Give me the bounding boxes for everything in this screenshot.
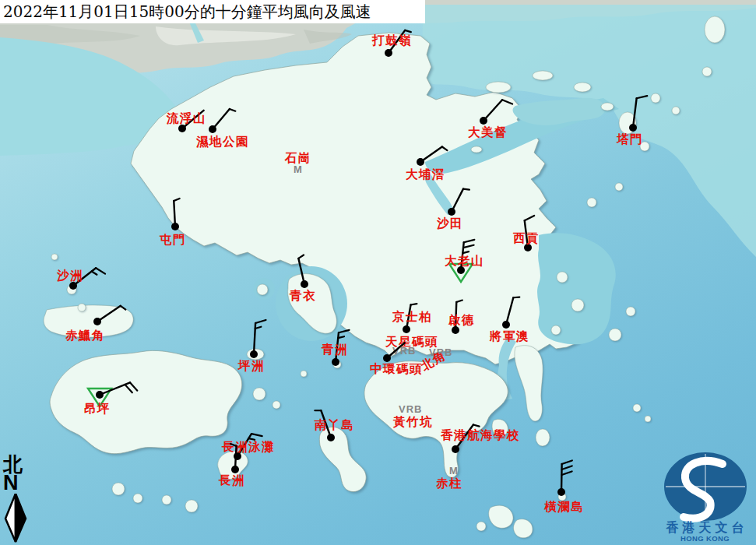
station-dot <box>178 125 186 132</box>
station-label: 坪洲 <box>237 358 265 373</box>
wind-barb-feather <box>405 30 411 32</box>
station-label: 流浮山 <box>166 111 206 125</box>
map-title: 2022年11月01日15時00分的十分鐘平均風向及風速 <box>0 0 425 23</box>
station-label: 香港航海學校 <box>440 427 520 442</box>
station-label: 大美督 <box>468 125 508 139</box>
station-label: 啟德 <box>448 312 475 327</box>
station-dot <box>250 350 258 358</box>
wind-barb-feather <box>339 330 350 332</box>
wind-barb-feather <box>562 466 572 469</box>
north-arrow-icon <box>2 494 33 543</box>
wind-barb-feather <box>463 189 469 190</box>
station-label: 中環碼頭 <box>370 361 423 376</box>
wind-station: M赤柱 <box>435 465 462 490</box>
wind-station: 沙洲 <box>57 268 105 290</box>
station-dot <box>301 280 308 288</box>
wind-barb-feather <box>562 460 572 464</box>
station-dot <box>171 223 179 230</box>
station-label: 長洲泳灘 <box>221 439 275 454</box>
map-title-text: 2022年11月01日15時00分的十分鐘平均風向及風速 <box>3 2 371 23</box>
station-dot <box>452 445 459 453</box>
wind-station: 香港航海學校 <box>440 424 520 453</box>
hko-wind-map: 打鼓嶺流浮山濕地公園M石崗大美督塔門大埔滘沙田屯門沙洲西貢大老山青衣赤鱲角坪洲青… <box>0 0 756 545</box>
station-label: 黃竹坑 <box>392 414 433 429</box>
station-dot <box>69 282 77 290</box>
north-label-letter: N <box>3 473 33 494</box>
station-dot <box>385 49 392 57</box>
station-label: 沙洲 <box>57 268 83 283</box>
wind-barb-shaft <box>561 464 562 492</box>
station-label: 將軍澳 <box>489 329 529 343</box>
station-dot <box>403 325 410 333</box>
station-dot <box>93 318 101 325</box>
station-dot <box>557 488 565 496</box>
lamma-island <box>319 427 366 492</box>
hko-logo-name-en: HONG KONG OBSERVATORY <box>654 534 756 545</box>
station-label: 石崗 <box>284 150 311 165</box>
station-label: 南丫島 <box>314 417 354 432</box>
station-dot <box>332 358 339 366</box>
station-label: 沙田 <box>437 216 463 230</box>
station-label: 長洲 <box>218 473 245 487</box>
wind-station: 坪洲 <box>237 320 265 373</box>
station-label: 塔門 <box>616 132 643 146</box>
clear-water-bay-peninsula <box>515 346 543 421</box>
ma-wan-island <box>257 284 268 295</box>
plover-cove-water <box>513 98 605 125</box>
wind-barb-feather <box>92 272 97 275</box>
wind-station: 橫瀾島 <box>543 460 584 514</box>
station-status: M <box>294 164 303 175</box>
station-label: 赤柱 <box>435 476 462 490</box>
station-label: 屯門 <box>159 232 186 247</box>
station-dot <box>96 391 104 399</box>
wind-barb-feather <box>561 471 571 475</box>
station-dot <box>327 434 335 441</box>
hko-logo: 香港天文台 HONG KONG OBSERVATORY <box>654 452 756 545</box>
port-shelter-water <box>537 233 616 344</box>
station-dot <box>502 321 510 329</box>
wind-barb-feather <box>513 297 519 298</box>
station-label: 青衣 <box>289 288 316 303</box>
wind-barb-feather <box>411 304 417 304</box>
station-label: 大老山 <box>445 253 484 268</box>
station-label: 昂坪 <box>84 401 111 416</box>
station-label: 京士柏 <box>392 309 432 324</box>
station-label: 西貢 <box>512 230 540 245</box>
north-indicator: 北 N <box>2 455 33 545</box>
station-dot <box>452 326 459 334</box>
station-label: 濕地公園 <box>195 134 249 149</box>
station-dot <box>209 125 216 133</box>
station-label: 橫瀾島 <box>543 499 584 514</box>
station-label: 赤鱲角 <box>65 328 105 343</box>
wind-barb-feather <box>96 268 105 273</box>
lantau-island <box>50 350 242 453</box>
station-status: VRB <box>399 403 422 415</box>
station-dot <box>480 117 487 125</box>
station-label: 大埔滘 <box>406 167 445 181</box>
station-dot <box>448 208 455 216</box>
station-label: 打鼓嶺 <box>371 33 412 47</box>
wind-barb-feather <box>251 434 262 436</box>
wind-barb-feather <box>255 320 265 323</box>
hong-kong-basemap: 打鼓嶺流浮山濕地公園M石崗大美督塔門大埔滘沙田屯門沙洲西貢大老山青衣赤鱲角坪洲青… <box>0 0 756 545</box>
station-status: M <box>449 465 459 476</box>
station-dot <box>629 124 637 132</box>
hong-kong-island <box>364 361 508 477</box>
station-label: 青洲 <box>321 342 348 357</box>
station-dot <box>417 158 424 166</box>
